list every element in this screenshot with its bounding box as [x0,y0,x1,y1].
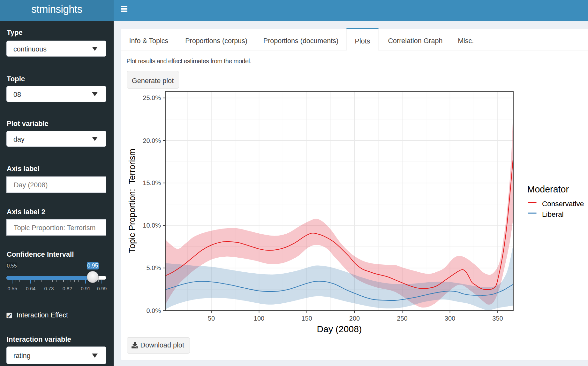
svg-text:50: 50 [208,315,215,322]
svg-text:10.0%: 10.0% [143,222,161,229]
svg-text:0.0%: 0.0% [146,307,161,314]
svg-text:200: 200 [349,315,360,322]
svg-text:25.0%: 25.0% [143,94,161,101]
svg-text:250: 250 [397,315,407,322]
svg-text:300: 300 [445,315,455,322]
svg-text:100: 100 [254,315,264,322]
svg-text:Topic Proportion: Terrorism: Topic Proportion: Terrorism [127,149,137,253]
svg-text:Day (2008): Day (2008) [317,324,362,334]
svg-text:Liberal: Liberal [542,210,564,218]
svg-text:15.0%: 15.0% [143,179,161,186]
svg-text:Conservative: Conservative [542,200,584,208]
svg-text:Moderator: Moderator [527,184,569,194]
svg-text:150: 150 [301,315,312,322]
svg-text:5.0%: 5.0% [146,264,161,271]
svg-text:350: 350 [492,315,503,322]
svg-text:20.0%: 20.0% [143,137,161,144]
